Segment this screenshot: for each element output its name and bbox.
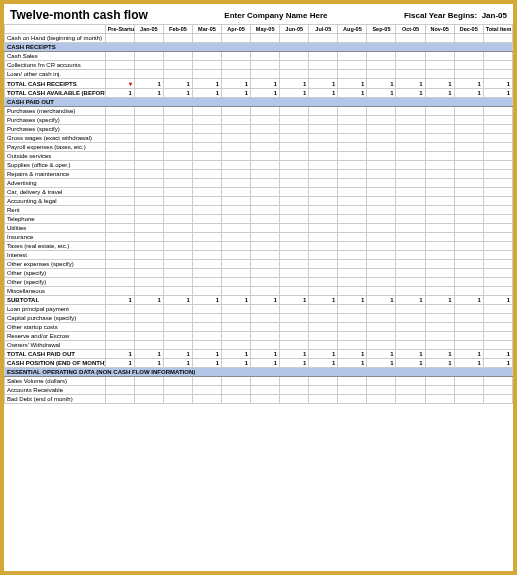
cell[interactable] — [367, 179, 396, 188]
cell[interactable] — [192, 206, 221, 215]
cell[interactable] — [280, 251, 309, 260]
cell[interactable] — [454, 197, 483, 206]
cell[interactable] — [367, 188, 396, 197]
cell[interactable] — [367, 161, 396, 170]
cell[interactable] — [280, 323, 309, 332]
cell[interactable]: 1 — [309, 89, 338, 98]
cell[interactable] — [222, 134, 251, 143]
cell[interactable] — [454, 332, 483, 341]
cell[interactable] — [425, 206, 454, 215]
cell[interactable] — [338, 215, 367, 224]
cell[interactable] — [454, 34, 483, 43]
cell[interactable] — [367, 395, 396, 404]
cell[interactable]: 1 — [483, 89, 512, 98]
cell[interactable] — [251, 125, 280, 134]
cell[interactable] — [454, 61, 483, 70]
cell[interactable]: 1 — [105, 89, 134, 98]
cell[interactable]: 1 — [454, 359, 483, 368]
cell[interactable] — [251, 323, 280, 332]
cell[interactable] — [280, 52, 309, 61]
cell[interactable]: 1 — [309, 79, 338, 89]
cell[interactable] — [105, 161, 134, 170]
cell[interactable]: 1 — [367, 79, 396, 89]
cell[interactable]: 1 — [192, 79, 221, 89]
cell[interactable] — [105, 134, 134, 143]
cell[interactable] — [367, 134, 396, 143]
cell[interactable] — [222, 377, 251, 386]
cell[interactable] — [454, 161, 483, 170]
cell[interactable]: 1 — [483, 79, 512, 89]
cell[interactable] — [251, 269, 280, 278]
cell[interactable] — [396, 52, 425, 61]
cell[interactable] — [105, 233, 134, 242]
cell[interactable]: 1 — [396, 296, 425, 305]
cell[interactable] — [134, 395, 163, 404]
cell[interactable] — [367, 125, 396, 134]
cell[interactable]: 1 — [134, 359, 163, 368]
cell[interactable] — [309, 34, 338, 43]
cell[interactable] — [338, 34, 367, 43]
cell[interactable] — [163, 269, 192, 278]
cell[interactable] — [483, 233, 512, 242]
cell[interactable] — [454, 260, 483, 269]
cell[interactable]: 1 — [483, 350, 512, 359]
cell[interactable] — [251, 107, 280, 116]
cell[interactable] — [251, 206, 280, 215]
cell[interactable] — [425, 224, 454, 233]
cell[interactable] — [309, 70, 338, 79]
cell[interactable]: 1 — [163, 296, 192, 305]
cell[interactable] — [367, 206, 396, 215]
cell[interactable] — [309, 260, 338, 269]
cell[interactable]: 1 — [163, 89, 192, 98]
cell[interactable] — [251, 179, 280, 188]
cell[interactable] — [105, 34, 134, 43]
cell[interactable] — [251, 134, 280, 143]
cell[interactable] — [425, 215, 454, 224]
cell[interactable] — [309, 170, 338, 179]
cell[interactable] — [309, 386, 338, 395]
cell[interactable] — [192, 260, 221, 269]
cell[interactable] — [163, 61, 192, 70]
cell[interactable] — [192, 332, 221, 341]
cell[interactable] — [163, 170, 192, 179]
cell[interactable] — [396, 170, 425, 179]
cell[interactable] — [280, 269, 309, 278]
cell[interactable]: 1 — [251, 359, 280, 368]
cell[interactable] — [367, 269, 396, 278]
cell[interactable] — [280, 242, 309, 251]
cell[interactable] — [163, 179, 192, 188]
cell[interactable]: 1 — [454, 350, 483, 359]
cell[interactable] — [425, 34, 454, 43]
cell[interactable] — [105, 70, 134, 79]
cell[interactable] — [163, 152, 192, 161]
cell[interactable] — [483, 287, 512, 296]
cell[interactable] — [338, 395, 367, 404]
cell[interactable] — [134, 179, 163, 188]
cell[interactable]: 1 — [483, 296, 512, 305]
cell[interactable] — [222, 116, 251, 125]
cell[interactable] — [425, 107, 454, 116]
cell[interactable] — [396, 314, 425, 323]
cell[interactable] — [396, 395, 425, 404]
cell[interactable] — [425, 61, 454, 70]
cell[interactable]: 1 — [192, 296, 221, 305]
cell[interactable] — [338, 107, 367, 116]
cell[interactable]: 1 — [222, 89, 251, 98]
cell[interactable] — [280, 395, 309, 404]
cell[interactable] — [251, 143, 280, 152]
cell[interactable] — [134, 107, 163, 116]
cell[interactable]: 1 — [396, 350, 425, 359]
cell[interactable]: 1 — [425, 359, 454, 368]
cell[interactable] — [105, 377, 134, 386]
cell[interactable] — [454, 269, 483, 278]
cell[interactable] — [222, 314, 251, 323]
cell[interactable] — [251, 242, 280, 251]
cell[interactable]: 1 — [396, 89, 425, 98]
cell[interactable] — [251, 224, 280, 233]
cell[interactable] — [222, 206, 251, 215]
cell[interactable] — [163, 260, 192, 269]
cell[interactable] — [396, 143, 425, 152]
cell[interactable]: 1 — [134, 350, 163, 359]
cell[interactable] — [251, 197, 280, 206]
cell[interactable] — [367, 314, 396, 323]
